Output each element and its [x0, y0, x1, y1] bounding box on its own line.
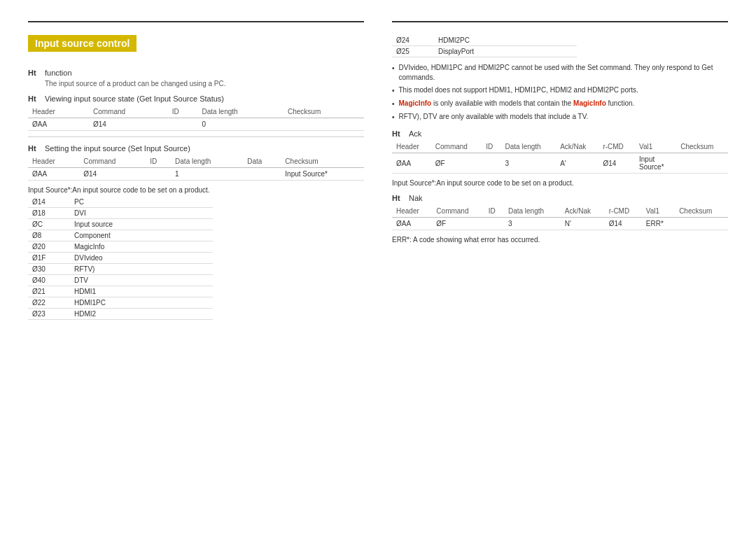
left-column: Input source control Ht function The inp… [28, 21, 364, 321]
source-name: MagicInfo [70, 241, 213, 253]
function-text: function [45, 69, 72, 77]
set-th-data: Data [243, 155, 281, 168]
ack-table: Header Command ID Data length Ack/Nak r-… [392, 141, 728, 174]
bullet-dot: • [392, 99, 395, 109]
source-name: Component [70, 230, 213, 241]
source-code: ØC [28, 219, 70, 230]
ack-th-datalen: Data length [501, 141, 556, 153]
ack-th-val1: Val1 [635, 141, 676, 153]
nak-th-val1: Val1 [642, 205, 675, 218]
ack-th-header: Header [392, 141, 431, 153]
set-th-id: ID [146, 155, 171, 168]
nak-td-command: ØF [432, 218, 484, 230]
bullet-list: •DVI​video, HDMI1​PC and HDMI2​PC cannot… [392, 63, 728, 122]
source-code: Ø22 [28, 297, 70, 309]
set-th-checksum: Checksum [281, 155, 364, 168]
source-code: Ø18 [28, 208, 70, 219]
source-label: Input Source*:An input source code to be… [28, 186, 364, 194]
ack-th-checksum: Checksum [676, 141, 728, 153]
nak-text: Nak [409, 194, 423, 202]
ht-nak-label: Ht [392, 194, 405, 202]
view-th-header: Header [28, 106, 89, 118]
view-th-command: Command [89, 106, 168, 118]
set-heading-row: Ht Setting the input source (Set Input S… [28, 144, 364, 153]
err-label: ERR*: A code showing what error has occu… [392, 236, 728, 244]
source-row: Ø20MagicInfo [28, 241, 213, 253]
source-row: Ø21HDMI1 [28, 286, 213, 297]
bullet-text: RFTV), DTV are only available with model… [399, 112, 589, 122]
ack-td-datalen: 3 [501, 153, 556, 174]
bullet-item: •MagicInfo is only available with models… [392, 99, 728, 109]
source-name: HDMI1PC [70, 297, 213, 309]
ack-source-label: Input Source*:An input source code to be… [392, 179, 728, 187]
ack-td-header: ØAA [392, 153, 431, 174]
set-td-data [243, 168, 281, 181]
ack-text: Ack [409, 129, 421, 138]
view-th-checksum: Checksum [284, 106, 364, 118]
source-row: Ø18DVI [28, 208, 213, 219]
bullet-item: •RFTV), DTV are only available with mode… [392, 112, 728, 122]
source-name: DTV [70, 275, 213, 286]
bullet-item: •DVI​video, HDMI1​PC and HDMI2​PC cannot… [392, 63, 728, 83]
nak-td-val1: ERR* [642, 218, 675, 230]
source-code: Ø23 [28, 309, 70, 320]
right-column: Ø24HDMI2PCØ25DisplayPort •DVI​video, HDM… [392, 21, 728, 321]
source-name: DVIvideo [70, 253, 213, 264]
more-source-code: Ø24 [392, 35, 434, 46]
bullet-text: This model does not support HDMI1, HDMI1… [399, 85, 638, 95]
source-row: Ø1FDVIvideo [28, 253, 213, 264]
ack-th-command: Command [431, 141, 482, 153]
ack-th-acknak: Ack/Nak [556, 141, 598, 153]
source-code: Ø14 [28, 197, 70, 208]
source-row: Ø14PC [28, 197, 213, 208]
source-name: RFTV) [70, 264, 213, 275]
more-source-row: Ø24HDMI2PC [392, 35, 577, 46]
nak-th-header: Header [392, 205, 432, 218]
more-source-code: Ø25 [392, 46, 434, 57]
view-th-id: ID [168, 106, 198, 118]
source-name: HDMI1 [70, 286, 213, 297]
divider-1 [28, 136, 364, 137]
source-code: Ø30 [28, 264, 70, 275]
source-row: Ø40DTV [28, 275, 213, 286]
view-td-header: ØAA [28, 118, 89, 131]
ack-th-rcmd: r-CMD [598, 141, 635, 153]
view-td-id [168, 118, 198, 131]
top-divider-left [28, 21, 364, 22]
nak-table: Header Command ID Data length Ack/Nak r-… [392, 205, 728, 230]
nak-th-id: ID [484, 205, 504, 218]
nak-td-datalen: 3 [504, 218, 561, 230]
source-name: DVI [70, 208, 213, 219]
ack-td-acknak: A' [556, 153, 598, 174]
view-table-row: ØAA Ø14 0 [28, 118, 364, 131]
more-source-name: DisplayPort [434, 46, 577, 57]
ack-heading-row: Ht Ack [392, 129, 728, 138]
nak-td-header: ØAA [392, 218, 432, 230]
nak-th-checksum: Checksum [675, 205, 728, 218]
ack-td-checksum [676, 153, 728, 174]
nak-td-acknak: N' [561, 218, 605, 230]
view-td-command: Ø14 [89, 118, 168, 131]
view-th-datalen: Data length [197, 106, 284, 118]
source-row: Ø30RFTV) [28, 264, 213, 275]
more-source-row: Ø25DisplayPort [392, 46, 577, 57]
set-td-header: ØAA [28, 168, 79, 181]
ack-td-command: ØF [431, 153, 482, 174]
ack-td-id [482, 153, 500, 174]
source-row: ØCInput source [28, 219, 213, 230]
section-title: Input source control [28, 35, 136, 52]
function-desc: The input source of a product can be cha… [45, 80, 364, 87]
page-container: Input source control Ht function The inp… [28, 21, 728, 321]
ack-td-rcmd: Ø14 [598, 153, 635, 174]
bullet-dot: • [392, 113, 395, 122]
source-row: Ø8Component [28, 230, 213, 241]
ht-function-label: Ht [28, 69, 41, 77]
set-th-datalen: Data length [171, 155, 243, 168]
source-name: HDMI2 [70, 309, 213, 320]
source-name: PC [70, 197, 213, 208]
bullet-dot: • [392, 64, 395, 73]
source-code: Ø1F [28, 253, 70, 264]
set-table-row: ØAA Ø14 1 Input Source* [28, 168, 364, 181]
set-text: Setting the input source (Set Input Sour… [45, 144, 190, 153]
set-td-command: Ø14 [79, 168, 146, 181]
